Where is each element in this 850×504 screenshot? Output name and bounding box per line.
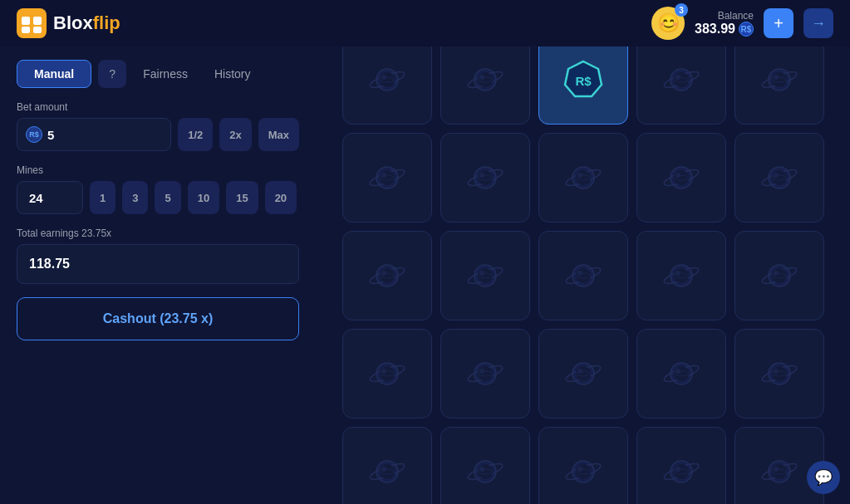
mines-btn-1[interactable]: 1 xyxy=(90,181,115,214)
bet-input[interactable] xyxy=(47,128,162,142)
bet-currency-icon: R$ xyxy=(26,126,42,143)
earnings-label: Total earnings 23.75x xyxy=(17,228,299,239)
login-button[interactable]: → xyxy=(803,8,833,38)
left-panel: Manual ? Fairness History Bet amount R$ … xyxy=(0,46,316,504)
mines-btn-3[interactable]: 3 xyxy=(122,181,148,214)
svg-point-7 xyxy=(380,72,395,87)
grid-cell[interactable] xyxy=(735,46,824,125)
grid-cell[interactable] xyxy=(538,329,628,418)
svg-point-79 xyxy=(380,366,395,381)
right-panel: R$ xyxy=(316,46,850,504)
grid-cell[interactable] xyxy=(342,427,432,505)
svg-point-94 xyxy=(674,366,689,381)
grid-cell[interactable] xyxy=(636,329,726,418)
planet-icon xyxy=(661,452,701,492)
balance-label: Balance xyxy=(718,10,754,22)
mines-btn-10[interactable]: 10 xyxy=(188,181,219,214)
bet-max-button[interactable]: Max xyxy=(258,118,299,151)
svg-point-49 xyxy=(772,170,787,185)
avatar-container[interactable]: 😊 3 xyxy=(651,7,685,40)
svg-point-109 xyxy=(478,464,493,479)
grid-cell[interactable] xyxy=(342,329,432,418)
grid-cell[interactable] xyxy=(735,427,824,505)
svg-rect-3 xyxy=(22,27,30,33)
svg-rect-0 xyxy=(17,8,47,38)
grid-cell[interactable] xyxy=(440,46,530,125)
avatar-badge: 3 xyxy=(675,3,688,17)
planet-icon xyxy=(563,158,603,198)
game-grid: R$ xyxy=(342,46,824,504)
grid-cell[interactable] xyxy=(440,231,530,321)
grid-cell[interactable] xyxy=(538,231,628,321)
add-funds-button[interactable]: + xyxy=(764,8,793,38)
grid-cell[interactable] xyxy=(342,231,432,321)
planet-icon xyxy=(661,354,701,394)
grid-cell[interactable] xyxy=(636,427,726,505)
bet-label: Bet amount xyxy=(17,101,299,113)
planet-icon xyxy=(759,452,799,492)
chat-button[interactable]: 💬 xyxy=(807,461,840,494)
logo-text: Bloxflip xyxy=(53,12,120,34)
grid-cell[interactable] xyxy=(538,427,628,505)
grid-cell[interactable] xyxy=(735,329,824,418)
grid-cell[interactable] xyxy=(735,231,824,321)
tab-bar: Manual ? Fairness History xyxy=(17,60,299,88)
svg-rect-2 xyxy=(33,17,42,25)
tab-fairness[interactable]: Fairness xyxy=(133,61,198,87)
planet-icon xyxy=(465,60,505,100)
svg-point-84 xyxy=(478,366,493,381)
tab-question[interactable]: ? xyxy=(98,60,126,88)
balance-value: 383.99 xyxy=(695,22,735,37)
planet-icon xyxy=(563,256,603,296)
grid-cell[interactable] xyxy=(636,231,726,321)
grid-cell[interactable] xyxy=(440,329,530,418)
planet-icon xyxy=(367,60,407,100)
mines-label: Mines xyxy=(17,164,299,176)
grid-cell[interactable] xyxy=(440,427,530,505)
svg-point-74 xyxy=(772,268,787,283)
planet-icon xyxy=(367,256,407,296)
planet-icon xyxy=(661,256,701,296)
planet-icon xyxy=(563,452,603,492)
balance-block: Balance 383.99 R$ xyxy=(695,10,754,37)
logo-blox: Blox xyxy=(53,12,93,33)
main-content: Manual ? Fairness History Bet amount R$ … xyxy=(0,46,850,504)
planet-icon xyxy=(367,354,407,394)
mines-input-wrapper xyxy=(17,181,83,214)
earnings-value: 118.75 xyxy=(29,257,70,272)
planet-icon xyxy=(563,354,603,394)
tab-manual[interactable]: Manual xyxy=(17,60,91,88)
planet-icon xyxy=(367,158,407,198)
tab-history[interactable]: History xyxy=(204,61,261,87)
grid-cell[interactable] xyxy=(636,133,726,223)
bet-half-button[interactable]: 1/2 xyxy=(178,118,213,151)
svg-point-99 xyxy=(772,366,787,381)
bet-double-button[interactable]: 2x xyxy=(219,118,251,151)
cashout-button[interactable]: Cashout (23.75 x) xyxy=(17,297,299,340)
mines-btn-5[interactable]: 5 xyxy=(155,181,180,214)
grid-cell[interactable] xyxy=(735,133,824,223)
svg-point-89 xyxy=(576,366,591,381)
mines-btn-15[interactable]: 15 xyxy=(226,181,258,214)
planet-icon xyxy=(759,158,799,198)
bet-section: Bet amount R$ 1/2 2x Max xyxy=(17,101,299,151)
planet-icon xyxy=(367,452,407,492)
svg-point-54 xyxy=(380,268,395,283)
grid-cell[interactable] xyxy=(342,46,432,125)
mines-input[interactable] xyxy=(29,191,71,205)
grid-cell[interactable] xyxy=(636,46,726,125)
planet-icon xyxy=(465,158,505,198)
balance-currency-icon: R$ xyxy=(739,22,754,37)
grid-cell[interactable] xyxy=(440,133,530,223)
svg-point-114 xyxy=(576,464,591,479)
grid-cell[interactable]: R$ xyxy=(538,46,628,125)
svg-point-19 xyxy=(674,72,689,87)
grid-cell[interactable] xyxy=(538,133,628,223)
earnings-input-wrapper: 118.75 xyxy=(17,244,299,284)
grid-cell[interactable] xyxy=(342,133,432,223)
svg-point-104 xyxy=(380,464,395,479)
svg-point-69 xyxy=(674,268,689,283)
planet-icon xyxy=(661,60,701,100)
mines-btn-20[interactable]: 20 xyxy=(265,181,297,214)
logo: Bloxflip xyxy=(17,8,120,38)
